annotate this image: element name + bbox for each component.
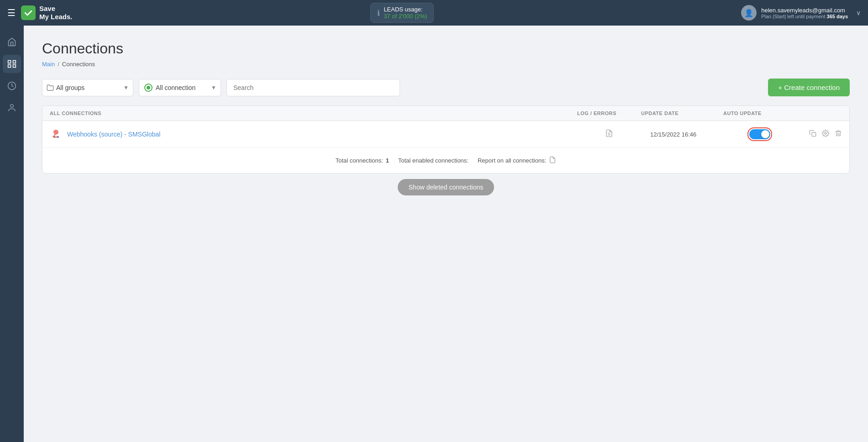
search-wrapper: [226, 79, 400, 96]
groups-filter[interactable]: All groups: [42, 79, 133, 96]
svg-point-5: [11, 105, 14, 108]
logo-text: Save My Leads.: [39, 5, 73, 21]
header-actions: [796, 110, 842, 116]
sidebar-item-connections[interactable]: [3, 55, 21, 73]
copy-icon[interactable]: [809, 130, 816, 139]
connections-table: ALL CONNECTIONS LOG / ERRORS UPDATE DATE…: [42, 105, 850, 174]
header-log: LOG / ERRORS: [577, 110, 641, 116]
connection-link[interactable]: Webhooks (source) - SMSGlobal: [67, 131, 160, 138]
toggle-wrapper: [723, 127, 796, 141]
breadcrumb-current: Connections: [62, 61, 95, 68]
settings-icon[interactable]: [822, 130, 829, 139]
svg-point-6: [53, 136, 55, 138]
update-date-cell: 12/15/2022 16:46: [641, 131, 723, 138]
connection-name-cell: Webhooks (source) - SMSGlobal: [50, 128, 577, 141]
header-auto-update: AUTO UPDATE: [723, 110, 796, 116]
create-connection-button[interactable]: + Create connection: [768, 79, 850, 96]
svg-rect-10: [812, 132, 816, 137]
delete-icon[interactable]: [835, 130, 842, 139]
table-header: ALL CONNECTIONS LOG / ERRORS UPDATE DATE…: [42, 106, 849, 121]
log-icon[interactable]: [577, 129, 641, 139]
toggle-knob: [761, 130, 769, 138]
svg-rect-3: [13, 65, 16, 68]
user-menu[interactable]: 👤 helen.savemyleads@gmail.com Plan |Star…: [741, 5, 861, 21]
leads-usage-badge[interactable]: ℹ LEADS usage: 37 of 2'000 (2%): [370, 3, 434, 23]
webhook-icon: [50, 128, 63, 141]
breadcrumb: Main / Connections: [42, 61, 850, 68]
breadcrumb-main-link[interactable]: Main: [42, 61, 55, 68]
show-deleted-wrapper: Show deleted connections: [42, 174, 850, 201]
hamburger-icon[interactable]: ☰: [7, 7, 16, 18]
connection-status-wrapper: All connection ▼: [139, 79, 221, 96]
user-info: helen.savemyleads@gmail.com Plan |Start|…: [761, 7, 848, 19]
total-connections: Total connections: 1: [336, 157, 389, 164]
svg-rect-2: [8, 65, 11, 68]
sidebar-item-billing[interactable]: [3, 77, 21, 95]
logo-icon: [21, 5, 36, 20]
page-title: Connections: [42, 40, 850, 57]
user-chevron-icon[interactable]: ∨: [856, 9, 861, 16]
leads-count: 37 of 2'000 (2%): [384, 13, 427, 20]
show-deleted-button[interactable]: Show deleted connections: [398, 179, 494, 195]
connections-footer: Total connections: 1 Total enabled conne…: [42, 148, 849, 173]
sidebar: [0, 26, 24, 442]
groups-filter-wrapper: All groups ▼: [42, 79, 133, 96]
search-input[interactable]: [226, 79, 400, 96]
svg-rect-1: [13, 61, 16, 63]
header-update-date: UPDATE DATE: [641, 110, 723, 116]
layout: Connections Main / Connections All group…: [0, 26, 868, 442]
toolbar: All groups ▼ All connection ▼ + Create c…: [42, 79, 850, 96]
auto-update-toggle-container[interactable]: [747, 127, 772, 141]
auto-update-toggle[interactable]: [749, 129, 770, 139]
info-icon: ℹ: [377, 9, 380, 17]
leads-label: LEADS usage:: [384, 6, 427, 13]
sidebar-item-profile[interactable]: [3, 99, 21, 117]
svg-rect-0: [8, 61, 11, 63]
avatar: 👤: [741, 5, 757, 21]
main-content: Connections Main / Connections All group…: [24, 26, 868, 442]
sidebar-item-home[interactable]: [3, 33, 21, 51]
status-indicator: [144, 84, 153, 92]
breadcrumb-separator: /: [58, 61, 59, 68]
report-all: Report on all connections:: [478, 156, 556, 165]
action-icons: [796, 130, 842, 139]
table-row: Webhooks (source) - SMSGlobal 12/15/2022…: [42, 121, 849, 148]
svg-point-11: [825, 132, 826, 134]
total-enabled: Total enabled connections:: [398, 157, 468, 164]
navbar: ☰ Save My Leads. ℹ LEADS usage: 37 of 2'…: [0, 0, 868, 26]
logo: Save My Leads.: [21, 5, 73, 21]
header-connections: ALL CONNECTIONS: [50, 110, 577, 116]
report-icon[interactable]: [549, 156, 556, 165]
